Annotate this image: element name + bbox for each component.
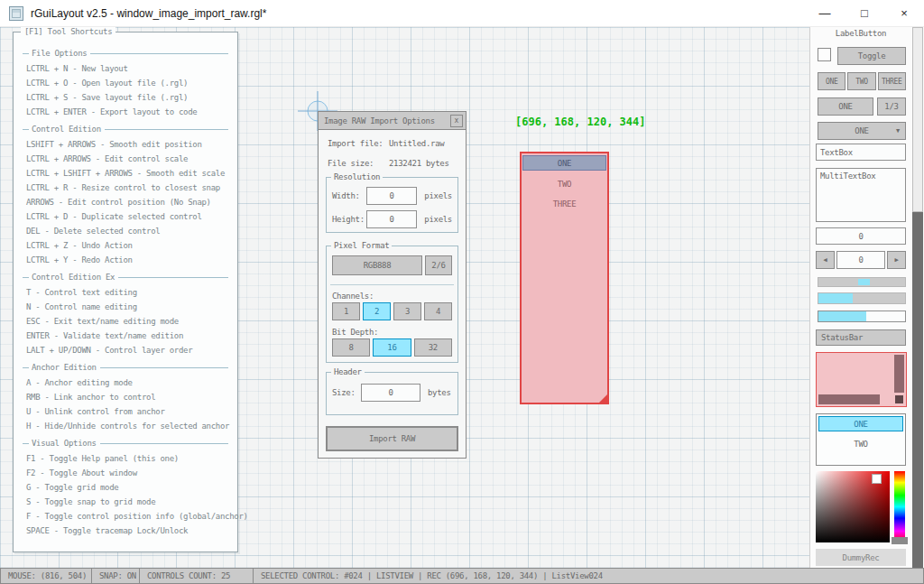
- palette-toggle-group: ONE TWO THREE: [818, 72, 906, 90]
- bit-depth-toggle-32[interactable]: 32: [414, 338, 452, 357]
- toggle-group-one[interactable]: ONE: [818, 72, 845, 90]
- palette-scrollbar-thumb[interactable]: [912, 27, 923, 212]
- palette-checkbox[interactable]: [818, 48, 831, 61]
- spinner-left-icon[interactable]: ◀: [816, 251, 835, 269]
- selected-listview-control[interactable]: ONE TWO THREE: [520, 152, 609, 404]
- resolution-legend: Resolution: [331, 172, 383, 181]
- scrollpanel-horizontal-scrollbar[interactable]: [818, 394, 880, 404]
- close-icon[interactable]: ×: [884, 0, 924, 27]
- window-titlebar[interactable]: rGuiLayout v2.5 - window_image_import_ra…: [0, 0, 924, 27]
- shortcut-item: S - Toggle snap to grid mode: [23, 495, 228, 509]
- palette-labelbutton[interactable]: LabelButton: [816, 29, 906, 38]
- toggle-group-three[interactable]: THREE: [878, 72, 906, 90]
- header-size-row: Size: 0 bytes: [332, 384, 452, 402]
- combo-value-button[interactable]: RGB888: [332, 255, 422, 275]
- shortcut-item: F - Toggle control position info (global…: [23, 509, 228, 524]
- toggle-group-two[interactable]: TWO: [847, 72, 875, 90]
- palette-slider[interactable]: [818, 277, 906, 287]
- listview-item-three[interactable]: THREE: [522, 194, 607, 214]
- pixel-format-combo: RGB888 2/6: [332, 255, 452, 275]
- combo-count-button[interactable]: 1/3: [877, 97, 906, 116]
- selected-control-coords-label: [696, 168, 120, 344]: [515, 116, 646, 128]
- shortcut-item: RMB - Link anchor to control: [23, 390, 228, 404]
- shortcut-item: LCTRL + Y - Redo Action: [23, 253, 228, 267]
- resize-handle-icon[interactable]: [598, 394, 608, 403]
- close-x-icon: x: [455, 116, 459, 125]
- shortcut-item: ESC - Exit text/name editing mode: [23, 314, 228, 329]
- colorpicker-marker[interactable]: [872, 474, 882, 484]
- scrollpanel-vertical-scrollbar[interactable]: [894, 355, 904, 393]
- shortcut-item: F1 - Toggle Help panel (this one): [23, 451, 228, 466]
- spinner-right-icon[interactable]: ▶: [887, 251, 906, 269]
- shortcut-item: LCTRL + R - Resize control to closest sn…: [23, 181, 228, 195]
- header-size-valuebox[interactable]: 0: [361, 384, 420, 402]
- palette-sliderbar[interactable]: [818, 292, 906, 304]
- layout-canvas[interactable]: [F1] Tool Shortcuts File Options LCTRL +…: [0, 27, 809, 568]
- image-raw-import-dialog[interactable]: Image RAW Import Options x Import file: …: [318, 111, 467, 459]
- shortcut-item: LCTRL + LSHIFT + ARROWS - Smooth edit sc…: [23, 166, 228, 181]
- palette-textbox[interactable]: TextBox: [816, 144, 906, 161]
- width-row: Width: 0 pixels: [332, 187, 452, 205]
- colorpicker-hue-handle[interactable]: [892, 537, 908, 544]
- section-header-anchor-edition: Anchor Edition: [23, 362, 228, 373]
- palette-dummyrec[interactable]: DummyRec: [816, 549, 906, 566]
- combo-value-button[interactable]: ONE: [818, 97, 873, 116]
- resolution-groupbox: Resolution Width: 0 pixels Height: 0 pix…: [326, 177, 458, 233]
- bit-depth-label: Bit Depth:: [332, 328, 378, 337]
- dialog-title: Image RAW Import Options: [324, 116, 435, 125]
- channel-toggle-2[interactable]: 2: [363, 302, 391, 320]
- channels-toggle-group: 1 2 3 4: [332, 302, 452, 320]
- file-size-label: File size:: [328, 159, 389, 168]
- shortcut-item: LCTRL + N - New layout: [23, 61, 228, 76]
- palette-listview-item-two[interactable]: TWO: [818, 436, 903, 451]
- channel-toggle-3[interactable]: 3: [393, 302, 421, 320]
- colorpicker-hue-bar[interactable]: [894, 471, 905, 542]
- dialog-close-button[interactable]: x: [450, 115, 463, 127]
- palette-toggle-button[interactable]: Toggle: [837, 47, 906, 65]
- shortcut-item: LCTRL + S - Save layout file (.rgl): [23, 90, 228, 105]
- separator-line: [100, 367, 228, 368]
- palette-valuebox[interactable]: 0: [816, 227, 906, 245]
- slider-knob[interactable]: [858, 279, 870, 285]
- listview-item-two[interactable]: TWO: [522, 174, 607, 194]
- dialog-titlebar[interactable]: Image RAW Import Options x: [319, 112, 466, 130]
- channel-toggle-4[interactable]: 4: [424, 302, 452, 320]
- shortcut-item: LCTRL + D - Duplicate selected control: [23, 209, 228, 224]
- progressbar-fill: [818, 311, 866, 321]
- separator-line: [118, 277, 228, 278]
- minimize-icon[interactable]: —: [805, 0, 845, 27]
- header-size-label: Size:: [332, 388, 361, 397]
- spinner-value[interactable]: 0: [836, 251, 885, 269]
- separator-line: [90, 53, 228, 54]
- maximize-icon[interactable]: □: [845, 0, 884, 27]
- bit-depth-toggle-16[interactable]: 16: [373, 338, 411, 357]
- import-raw-button[interactable]: Import RAW: [326, 426, 458, 451]
- palette-scrollbar-track[interactable]: [912, 27, 923, 568]
- listview-item-one[interactable]: ONE: [522, 155, 606, 171]
- section-header-control-edition-ex: Control Edition Ex: [23, 272, 228, 283]
- status-controls-count: CONTROLS COUNT: 25: [139, 568, 254, 584]
- shortcut-item: LCTRL + ARROWS - Edit control scale: [23, 152, 228, 166]
- editor-statusbar: MOUSE: (816, 504) SNAP: ON CONTROLS COUN…: [0, 568, 924, 584]
- height-label: Height:: [332, 215, 366, 224]
- palette-listview-item-one[interactable]: ONE: [818, 416, 903, 431]
- import-file-value: Untitled.raw: [389, 139, 444, 148]
- palette-dropdownbox[interactable]: ONE ▼: [818, 122, 906, 140]
- shortcut-item: G - Toggle grid mode: [23, 480, 228, 495]
- window-title: rGuiLayout v2.5 - window_image_import_ra…: [31, 7, 266, 20]
- palette-progressbar: [818, 311, 906, 322]
- app-icon: [9, 6, 23, 21]
- scrollpanel-corner: [895, 395, 903, 403]
- channel-toggle-1[interactable]: 1: [332, 302, 360, 320]
- combo-count-button[interactable]: 2/6: [425, 255, 452, 275]
- height-valuebox[interactable]: 0: [366, 210, 417, 228]
- width-valuebox[interactable]: 0: [366, 187, 417, 205]
- palette-multitextbox[interactable]: MultiTextBox: [816, 168, 906, 222]
- palette-scrollpanel[interactable]: [816, 352, 907, 407]
- bit-depth-toggle-8[interactable]: 8: [332, 338, 370, 357]
- palette-listview[interactable]: ONE TWO: [816, 413, 906, 466]
- section-header-visual-options: Visual Options: [23, 438, 228, 449]
- colorpicker-gradient-panel[interactable]: [816, 471, 890, 542]
- shortcut-item: ENTER - Validate text/name edition: [23, 329, 228, 343]
- sliderbar-fill: [818, 293, 853, 303]
